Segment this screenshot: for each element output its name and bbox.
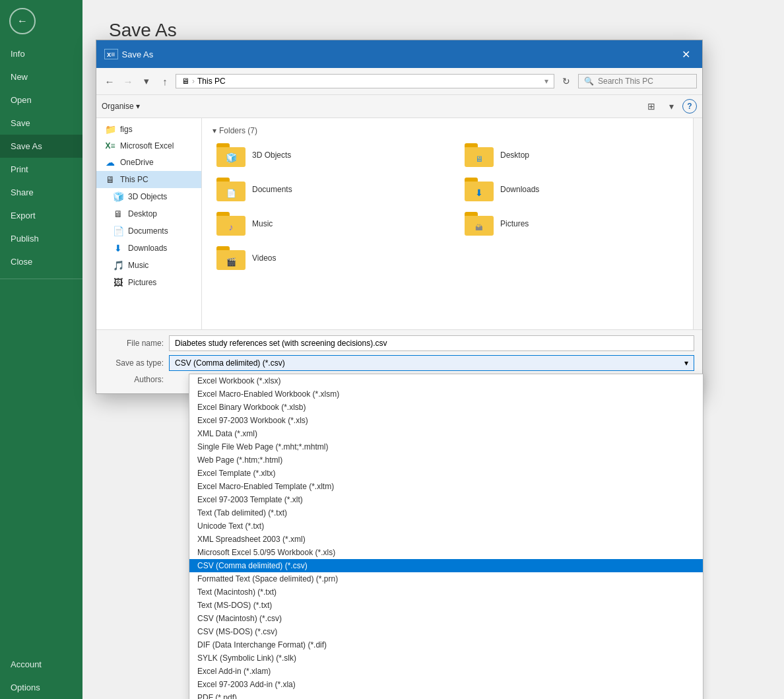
path-folder-icon: 🖥 <box>181 77 189 86</box>
nav-item-downloads[interactable]: ⬇ Downloads <box>96 240 201 257</box>
dialog-title-left: x≡ Save As <box>104 49 153 59</box>
folder-3d-objects-icon: 🧊 <box>216 143 245 167</box>
folder-downloads-label: Downloads <box>500 185 539 194</box>
nav-item-excel-label: Microsoft Excel <box>120 141 174 150</box>
sidebar-item-open[interactable]: Open <box>0 88 82 112</box>
desktop-nav-icon: 🖥 <box>112 209 124 219</box>
nav-item-desktop[interactable]: 🖥 Desktop <box>96 205 201 222</box>
folder-videos[interactable]: 🎬 Videos <box>212 244 434 273</box>
onedrive-nav-icon: ☁ <box>104 157 116 168</box>
folder-music-label: Music <box>252 219 273 228</box>
dropdown-item-pdf[interactable]: PDF (*.pdf) <box>189 691 703 699</box>
back-nav-button[interactable]: ← <box>102 73 117 89</box>
dropdown-item-xla[interactable]: Excel 97-2003 Add-in (*.xla) <box>189 678 703 691</box>
dropdown-item-xlsm[interactable]: Excel Macro-Enabled Workbook (*.xlsm) <box>189 387 703 401</box>
nav-item-desktop-label: Desktop <box>128 209 157 218</box>
dropdown-item-xlt[interactable]: Excel 97-2003 Template (*.xlt) <box>189 493 703 506</box>
nav-item-music[interactable]: 🎵 Music <box>96 257 201 274</box>
forward-nav-button[interactable]: → <box>120 73 136 89</box>
sidebar-item-export[interactable]: Export <box>0 204 82 227</box>
sidebar-item-info[interactable]: Info <box>0 42 82 65</box>
folder-pictures[interactable]: 🏔 Pictures <box>461 209 682 238</box>
up-nav-button[interactable]: ↑ <box>157 73 173 89</box>
search-input[interactable] <box>598 77 691 86</box>
path-dropdown-arrow: ▾ <box>544 77 548 86</box>
file-panel-scrollbar[interactable] <box>693 118 702 329</box>
dropdown-item-slk[interactable]: SYLK (Symbolic Link) (*.slk) <box>189 651 703 665</box>
sidebar-item-options[interactable]: Options <box>0 676 82 699</box>
dropdown-item-mhtml[interactable]: Single File Web Page (*.mht;*.mhtml) <box>189 440 703 453</box>
folder-music[interactable]: ♪ Music <box>212 209 434 238</box>
sidebar-item-new[interactable]: New <box>0 65 82 88</box>
folder-documents[interactable]: 📄 Documents <box>212 175 434 204</box>
figs-icon: 📁 <box>104 124 116 135</box>
dropdown-item-prn[interactable]: Formatted Text (Space delimited) (*.prn) <box>189 572 703 585</box>
filename-label: File name: <box>104 339 164 348</box>
sidebar-item-print[interactable]: Print <box>0 158 82 181</box>
folder-desktop-label: Desktop <box>500 150 529 160</box>
dropdown-item-xml[interactable]: XML Data (*.xml) <box>189 427 703 440</box>
dialog-body: 📁 figs X≡ Microsoft Excel ☁ OneDrive 🖥 T… <box>96 118 702 329</box>
dropdown-item-txt-unicode[interactable]: Unicode Text (*.txt) <box>189 519 703 533</box>
nav-item-music-label: Music <box>128 261 148 270</box>
dropdown-nav-button[interactable]: ▾ <box>139 73 154 89</box>
dropdown-item-txt-mac[interactable]: Text (Macintosh) (*.txt) <box>189 585 703 599</box>
folders-header-text: Folders (7) <box>219 126 257 135</box>
dialog-addressbar: ← → ▾ ↑ 🖥 › This PC ▾ ↻ 🔍 <box>96 68 702 95</box>
folder-grid: 🧊 3D Objects 🖥 Desktop <box>212 141 682 273</box>
refresh-button[interactable]: ↻ <box>557 72 575 90</box>
folder-videos-icon: 🎬 <box>216 246 245 270</box>
view-dropdown-button[interactable]: ▾ <box>663 98 680 115</box>
dropdown-item-xlsx[interactable]: Excel Workbook (*.xlsx) <box>189 374 703 387</box>
folder-3d-objects-label: 3D Objects <box>252 150 291 160</box>
nav-item-3d-objects[interactable]: 🧊 3D Objects <box>96 188 201 205</box>
main-content: Save As ☁ OneDrive - Charité - Universit… <box>82 0 784 699</box>
nav-item-pictures[interactable]: 🖼 Pictures <box>96 274 201 291</box>
sidebar-item-share[interactable]: Share <box>0 181 82 204</box>
sidebar-item-save-as[interactable]: Save As <box>0 135 82 158</box>
dropdown-item-xltm[interactable]: Excel Macro-Enabled Template (*.xltm) <box>189 480 703 493</box>
dropdown-item-xls97[interactable]: Excel 97-2003 Workbook (*.xls) <box>189 414 703 427</box>
nav-item-onedrive[interactable]: ☁ OneDrive <box>96 154 201 171</box>
dropdown-item-txt-tab[interactable]: Text (Tab delimited) (*.txt) <box>189 506 703 519</box>
dropdown-item-xls5[interactable]: Microsoft Excel 5.0/95 Workbook (*.xls) <box>189 546 703 559</box>
saveas-dropdown[interactable]: CSV (Comma delimited) (*.csv) ▾ <box>169 355 694 371</box>
nav-panel: 📁 figs X≡ Microsoft Excel ☁ OneDrive 🖥 T… <box>96 118 202 329</box>
back-button[interactable]: ← <box>9 8 36 34</box>
view-icon-button[interactable]: ⊞ <box>643 98 660 115</box>
organize-button[interactable]: Organise ▾ <box>102 102 140 111</box>
3d-objects-nav-icon: 🧊 <box>112 191 124 202</box>
saveas-selected-value: CSV (Comma delimited) (*.csv) <box>175 358 285 368</box>
nav-item-excel[interactable]: X≡ Microsoft Excel <box>96 138 201 154</box>
sidebar-item-save[interactable]: Save <box>0 112 82 135</box>
address-path[interactable]: 🖥 › This PC ▾ <box>176 74 554 88</box>
sidebar: ← Info New Open Save Save As Print Share… <box>0 0 82 699</box>
dialog-close-button[interactable]: ✕ <box>677 46 694 63</box>
dropdown-item-txt-dos[interactable]: Text (MS-DOS) (*.txt) <box>189 599 703 612</box>
dialog-title-text: Save As <box>122 50 154 59</box>
nav-item-figs[interactable]: 📁 figs <box>96 121 201 138</box>
path-text: This PC <box>197 77 226 86</box>
filename-input[interactable] <box>169 335 694 351</box>
dropdown-item-csv[interactable]: CSV (Comma delimited) (*.csv) <box>189 559 703 572</box>
dropdown-item-xltx[interactable]: Excel Template (*.xltx) <box>189 467 703 480</box>
dropdown-item-xml-2003[interactable]: XML Spreadsheet 2003 (*.xml) <box>189 533 703 546</box>
dropdown-item-dif[interactable]: DIF (Data Interchange Format) (*.dif) <box>189 638 703 651</box>
sidebar-item-account[interactable]: Account <box>0 653 82 676</box>
dropdown-item-csv-dos[interactable]: CSV (MS-DOS) (*.csv) <box>189 625 703 638</box>
sidebar-item-publish[interactable]: Publish <box>0 227 82 250</box>
sidebar-item-close[interactable]: Close <box>0 250 82 273</box>
dropdown-item-csv-mac[interactable]: CSV (Macintosh) (*.csv) <box>189 612 703 625</box>
nav-item-downloads-label: Downloads <box>128 244 167 253</box>
folder-3d-objects[interactable]: 🧊 3D Objects <box>212 141 434 170</box>
folder-desktop[interactable]: 🖥 Desktop <box>461 141 682 170</box>
folder-pictures-icon: 🏔 <box>465 212 494 236</box>
nav-item-this-pc[interactable]: 🖥 This PC <box>96 171 201 188</box>
dropdown-item-xlam[interactable]: Excel Add-in (*.xlam) <box>189 665 703 678</box>
folder-pictures-label: Pictures <box>500 219 529 228</box>
dropdown-item-xlsb[interactable]: Excel Binary Workbook (*.xlsb) <box>189 401 703 414</box>
dropdown-item-html[interactable]: Web Page (*.htm;*.html) <box>189 453 703 467</box>
help-button[interactable]: ? <box>682 99 697 114</box>
folder-downloads[interactable]: ⬇ Downloads <box>461 175 682 204</box>
nav-item-documents[interactable]: 📄 Documents <box>96 222 201 240</box>
